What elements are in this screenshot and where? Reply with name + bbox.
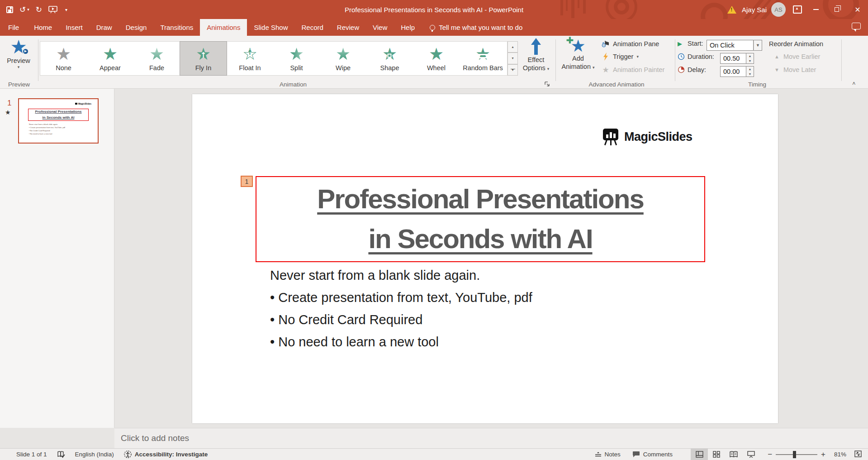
accessibility-icon [124,450,132,458]
duration-spinner[interactable]: ▲▼ [746,53,754,64]
tell-me-search[interactable]: Tell me what you want to do [430,19,522,36]
notes-pane[interactable]: Click to add notes [114,428,868,448]
save-icon [6,6,13,13]
spell-check-button[interactable] [57,451,65,458]
animation-fade[interactable]: ★ Fade [133,42,180,75]
feedback-icon[interactable] [852,23,861,29]
group-label-timing: Timing [675,81,840,88]
tab-help[interactable]: Help [394,19,422,36]
slide-body-line[interactable]: • No Credit Card Required [270,312,422,327]
tab-design[interactable]: Design [119,19,154,36]
start-value: On Click [707,40,754,51]
customize-qat-button[interactable]: ▾ [64,7,67,12]
reorder-animation-heading: Reorder Animation [769,40,823,48]
animation-split[interactable]: ★ Split [273,42,320,75]
zoom-in-button[interactable]: + [821,450,825,459]
restore-button[interactable] [826,0,847,19]
undo-button[interactable]: ↺▾ [19,5,29,14]
start-dropdown[interactable]: On Click ▼ [707,40,762,51]
animation-painter-button[interactable]: ★ Animation Painter [602,66,664,74]
add-animation-star-icon: ★✚ [570,38,585,54]
slide-counter[interactable]: Slide 1 of 1 [16,451,47,458]
animation-pane-button[interactable]: Animation Pane [602,40,659,48]
delay-stepper[interactable]: 00.00 ▲▼ [720,66,754,77]
avatar[interactable]: AS [771,2,786,17]
tab-file[interactable]: File [0,19,27,36]
gallery-scroll-down-button[interactable]: ▾ [508,53,518,64]
trigger-button[interactable]: Trigger ▾ [602,53,639,61]
magicslides-logo-icon [602,128,620,146]
animation-pane-icon [602,40,610,48]
animation-indicator-star-icon[interactable]: ★ [5,109,11,116]
lightbulb-icon [430,25,435,30]
slide-body-line[interactable]: Never start from a blank slide again. [270,268,480,283]
animation-shape[interactable]: ★ Shape [366,42,413,75]
zoom-slider[interactable] [776,454,817,455]
comments-toggle-button[interactable]: Comments [632,451,673,458]
slide-show-icon [747,451,755,458]
zoom-slider-handle[interactable] [793,451,796,458]
add-animation-button[interactable]: ★✚ Add Animation ▾ [560,38,596,71]
animation-float-in[interactable]: ☆↑ Float In [227,42,273,75]
move-earlier-icon: ▲ [774,54,779,59]
minimize-button[interactable] [806,0,826,19]
zoom-out-button[interactable]: − [768,450,772,459]
move-later-button[interactable]: ▼ Move Later [774,66,816,73]
slide-body-line[interactable]: • Create presentation from text, YouTube… [270,290,532,305]
warning-icon[interactable] [727,6,736,14]
tab-insert[interactable]: Insert [59,19,90,36]
slide-thumbnail[interactable]: MagicSlides Professional Presentations i… [18,98,99,144]
zoom-level[interactable]: 81% [829,451,846,458]
undo-dropdown-icon: ▾ [27,7,29,12]
animation-dialog-launcher-icon[interactable] [544,81,550,87]
animation-none[interactable]: ★ None [40,42,87,75]
slide-title-textbox[interactable]: Professional Presentations in Seconds wi… [256,176,705,262]
slide-sorter-view-button[interactable] [708,449,725,460]
reading-view-button[interactable] [725,449,742,460]
close-button[interactable]: ✕ [847,0,868,19]
tab-draw[interactable]: Draw [90,19,119,36]
ribbon-animations: ★▶ Preview ▾ Preview ★ None ★ Appear ★ F… [0,36,868,89]
language-button[interactable]: English (India) [75,451,114,458]
animation-wipe[interactable]: ★ Wipe [320,42,366,75]
magicslides-logo: MagicSlides [602,128,693,146]
animation-order-badge[interactable]: 1 [241,176,253,187]
slide-canvas[interactable]: MagicSlides 1 Professional Presentations… [192,94,778,423]
redo-button[interactable]: ↻ [36,5,42,14]
animation-wheel[interactable]: ★ Wheel [413,42,460,75]
fit-to-window-icon [854,450,862,457]
tab-slide-show[interactable]: Slide Show [247,19,294,36]
normal-view-button[interactable] [691,449,708,460]
slide-show-view-button[interactable] [742,449,759,460]
delay-spinner[interactable]: ▲▼ [746,66,754,77]
gallery-scroll-up-button[interactable]: ▴ [508,41,518,53]
trigger-lightning-icon [602,53,610,61]
tab-record[interactable]: Record [294,19,330,36]
animation-random-bars[interactable]: ★ Random Bars [460,42,506,75]
delay-label: Delay: [688,66,706,73]
gallery-more-button[interactable]: ▾ [508,64,518,76]
animation-appear[interactable]: ★ Appear [87,42,133,75]
animation-fly-in[interactable]: ★↑ Fly In [180,42,227,75]
tab-home[interactable]: Home [27,19,59,36]
notes-toggle-button[interactable]: Notes [595,451,621,458]
user-name[interactable]: Ajay Sai [742,6,767,14]
fit-to-window-button[interactable] [854,450,862,459]
tab-transitions[interactable]: Transitions [153,19,200,36]
ribbon-display-options-icon[interactable] [793,5,802,14]
magicslides-logo-text: MagicSlides [624,130,693,144]
move-earlier-button[interactable]: ▲ Move Earlier [774,53,820,60]
tab-review[interactable]: Review [330,19,366,36]
appear-star-icon: ★ [103,45,118,63]
slide-body-line[interactable]: • No need to learn a new tool [270,335,439,350]
tab-animations[interactable]: Animations [200,19,247,36]
collapse-ribbon-button[interactable]: ˄ [852,80,856,87]
effect-options-button[interactable]: Effect Options ▾ [518,38,554,72]
start-slideshow-button[interactable] [48,6,57,13]
save-button[interactable] [6,6,13,13]
accessibility-button[interactable]: Accessibility: Investigate [124,450,208,458]
preview-button[interactable]: ★▶ Preview ▾ [2,38,35,69]
duration-stepper[interactable]: 00.50 ▲▼ [720,53,754,64]
dropdown-arrow-icon[interactable]: ▼ [754,40,762,51]
tab-view[interactable]: View [366,19,394,36]
